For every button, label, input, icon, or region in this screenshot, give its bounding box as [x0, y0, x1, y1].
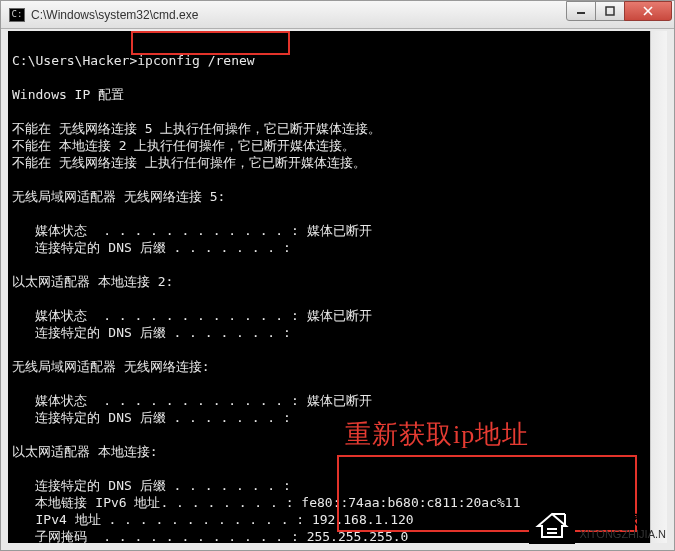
- adapter-wlan-title: 无线局域网适配器 无线网络连接:: [12, 359, 210, 374]
- ip-config-header: Windows IP 配置: [12, 87, 124, 102]
- dns-suffix: 连接特定的 DNS 后缀 . . . . . . . :: [12, 325, 291, 340]
- dns-suffix: 连接特定的 DNS 后缀 . . . . . . . :: [12, 410, 291, 425]
- terminal-output: C:\Users\Hacker>ipconfig /renew Windows …: [8, 31, 650, 543]
- title-bar[interactable]: C: C:\Windows\system32\cmd.exe: [1, 1, 674, 29]
- media-status: 媒体状态 . . . . . . . . . . . . : 媒体已断开: [12, 308, 372, 323]
- blank-line: [12, 70, 20, 85]
- adapter-lan-title: 以太网适配器 本地连接:: [12, 444, 158, 459]
- media-status: 媒体状态 . . . . . . . . . . . . : 媒体已断开: [12, 223, 372, 238]
- blank-line: [12, 427, 20, 442]
- watermark-url: XITONGZHIJIA.N: [579, 528, 666, 540]
- eth-subnet-mask: 子网掩码 . . . . . . . . . . . . : 255.255.2…: [12, 529, 408, 543]
- typed-command: ipconfig /renew: [137, 53, 254, 68]
- watermark-title: 系统之家: [579, 512, 666, 529]
- error-lan2: 不能在 本地连接 2 上执行任何操作，它已断开媒体连接。: [12, 138, 355, 153]
- window-controls: [567, 1, 672, 21]
- vertical-scrollbar[interactable]: [650, 31, 667, 543]
- dns-suffix: 连接特定的 DNS 后缀 . . . . . . . :: [12, 240, 291, 255]
- blank-line: [12, 257, 20, 272]
- media-status: 媒体状态 . . . . . . . . . . . . : 媒体已断开: [12, 393, 372, 408]
- cmd-icon: C:: [9, 8, 25, 22]
- eth-dns-suffix: 连接特定的 DNS 后缀 . . . . . . . :: [12, 478, 291, 493]
- maximize-button[interactable]: [595, 1, 625, 21]
- blank-line: [12, 206, 20, 221]
- svg-rect-1: [606, 7, 614, 15]
- blank-line: [12, 461, 20, 476]
- watermark-logo: [529, 508, 575, 544]
- blank-line: [12, 104, 20, 119]
- window-title: C:\Windows\system32\cmd.exe: [31, 8, 567, 22]
- blank-line: [12, 291, 20, 306]
- watermark: 系统之家 XITONGZHIJIA.N: [529, 508, 666, 544]
- error-wlan: 不能在 无线网络连接 上执行任何操作，它已断开媒体连接。: [12, 155, 366, 170]
- blank-line: [12, 376, 20, 391]
- terminal-area[interactable]: C:\Users\Hacker>ipconfig /renew Windows …: [8, 31, 667, 543]
- adapter-lan2-title: 以太网适配器 本地连接 2:: [12, 274, 173, 289]
- error-wlan5: 不能在 无线网络连接 5 上执行任何操作，它已断开媒体连接。: [12, 121, 381, 136]
- eth-ipv6-address: 本地链接 IPv6 地址. . . . . . . . : fe80::74aa…: [12, 495, 520, 510]
- cmd-window: C: C:\Windows\system32\cmd.exe C:\Users\…: [0, 0, 675, 551]
- prompt-path: C:\Users\Hacker>: [12, 53, 137, 68]
- minimize-button[interactable]: [566, 1, 596, 21]
- close-button[interactable]: [624, 1, 672, 21]
- eth-ipv4-address: IPv4 地址 . . . . . . . . . . . . : 192.16…: [12, 512, 414, 527]
- blank-line: [12, 172, 20, 187]
- blank-line: [12, 342, 20, 357]
- adapter-wlan5-title: 无线局域网适配器 无线网络连接 5:: [12, 189, 225, 204]
